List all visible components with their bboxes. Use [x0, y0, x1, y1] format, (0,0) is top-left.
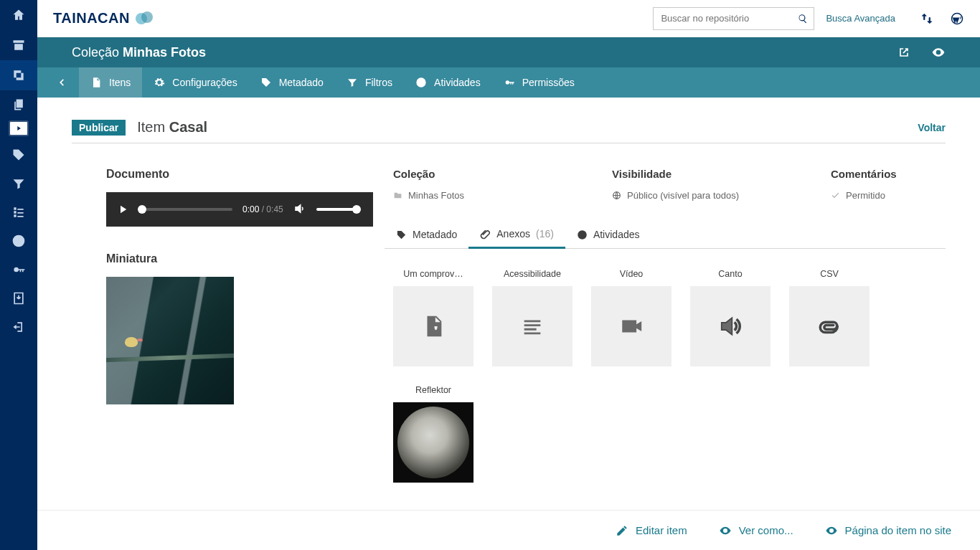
- tab-filters[interactable]: Filtros: [335, 67, 404, 98]
- audio-seekbar[interactable]: [139, 208, 232, 211]
- attachment-item[interactable]: Acessibilidade: [492, 269, 573, 366]
- site-page-button[interactable]: Página do item no site: [825, 524, 951, 537]
- pencil-icon: [616, 524, 628, 537]
- attachment-icon: [817, 314, 842, 338]
- audio-player: 0:00 / 0:45: [106, 192, 373, 227]
- wordpress-icon: [951, 12, 963, 25]
- attachment-item[interactable]: CSV: [789, 269, 870, 366]
- attachment-preview: [492, 286, 573, 366]
- meta-collection-value: Minhas Fotos: [393, 190, 583, 201]
- rail-filters[interactable]: [0, 169, 37, 198]
- search-icon: [798, 14, 808, 24]
- attachment-label: Canto: [718, 269, 742, 279]
- audio-volume-thumb[interactable]: [352, 205, 361, 214]
- brand[interactable]: TaInacan: [53, 10, 154, 27]
- page-head: Publicar Item Casal Voltar: [72, 119, 946, 143]
- repository-search: [653, 7, 814, 30]
- rail-items[interactable]: [0, 90, 37, 119]
- audio-volume-slider[interactable]: [316, 208, 358, 211]
- tab-activities-label: Atividades: [434, 77, 481, 88]
- rail-taxonomies[interactable]: [0, 141, 37, 169]
- audio-current-time: 0:00: [242, 204, 259, 214]
- attachments-grid: Um comprov…AcessibilidadeVídeoCantoCSVRe…: [393, 269, 946, 483]
- clip-icon: [480, 229, 491, 240]
- attachment-item[interactable]: Um comprov…: [393, 269, 473, 366]
- attachment-label: Um comprov…: [403, 269, 463, 279]
- attachment-item[interactable]: Reflektor: [393, 385, 473, 483]
- meta-comments-label: Comentários: [831, 168, 946, 180]
- search-button[interactable]: [792, 8, 814, 29]
- inner-tab-activities[interactable]: Atividades: [565, 221, 651, 248]
- processes-button[interactable]: [920, 11, 934, 26]
- audio-play-button[interactable]: [116, 203, 129, 216]
- view-as-button[interactable]: Ver como...: [719, 524, 793, 537]
- rail-home[interactable]: [0, 0, 37, 30]
- view-collection-button[interactable]: [931, 45, 946, 60]
- inner-tab-attachments[interactable]: Anexos (16): [468, 221, 565, 249]
- stack-icon: [11, 68, 26, 82]
- meta-visibility-label: Visibilidade: [612, 168, 802, 180]
- attachment-preview: [591, 286, 672, 366]
- left-rail: [0, 0, 37, 550]
- tab-settings-label: Configurações: [172, 77, 237, 88]
- audio-time: 0:00 / 0:45: [242, 204, 283, 214]
- audio-total-time: / 0:45: [262, 204, 283, 214]
- publish-badge[interactable]: Publicar: [72, 120, 126, 136]
- chevron-left-icon: [57, 77, 67, 87]
- rail-importers[interactable]: [0, 284, 37, 313]
- meta-visibility: Visibilidade Público (visível para todos…: [612, 168, 802, 201]
- thumbnail-image[interactable]: [106, 277, 234, 404]
- funnel-icon: [11, 176, 26, 191]
- back-link[interactable]: Voltar: [918, 122, 946, 133]
- swap-icon: [920, 12, 933, 25]
- attachment-label: CSV: [820, 269, 839, 279]
- tab-items[interactable]: Itens: [79, 67, 142, 98]
- attachment-item[interactable]: Vídeo: [591, 269, 672, 366]
- topbar: TaInacan Busca Avançada: [37, 0, 980, 37]
- tab-permissions-label: Permissões: [522, 77, 575, 88]
- archive-icon: [11, 38, 26, 52]
- brand-text: TaInacan: [53, 10, 130, 27]
- meta-visibility-value: Público (visível para todos): [612, 190, 802, 201]
- edit-item-button[interactable]: Editar item: [616, 524, 687, 537]
- attachment-preview: [393, 286, 473, 366]
- audio-volume-button[interactable]: [293, 202, 306, 217]
- attachment-label: Reflektor: [415, 385, 451, 395]
- right-column: Coleção Minhas Fotos Visibilidade Públic…: [393, 168, 946, 483]
- eye-icon: [719, 524, 732, 537]
- pdf-icon: [421, 314, 446, 338]
- tab-activities[interactable]: Atividades: [404, 67, 492, 98]
- inner-tab-metadata[interactable]: Metadado: [385, 221, 468, 248]
- tab-settings[interactable]: Configurações: [142, 67, 248, 98]
- rail-metadata[interactable]: [0, 198, 37, 227]
- document-section-title: Documento: [106, 168, 359, 181]
- tab-metadata[interactable]: Metadado: [249, 67, 335, 98]
- open-externally-button[interactable]: [897, 45, 911, 60]
- rail-activities[interactable]: [0, 227, 37, 255]
- eye-icon: [825, 524, 838, 537]
- attachment-item[interactable]: Canto: [690, 269, 771, 366]
- rail-repository[interactable]: [0, 30, 37, 60]
- rail-capabilities[interactable]: [0, 255, 37, 284]
- advanced-search-link[interactable]: Busca Avançada: [826, 13, 895, 24]
- attachment-label: Acessibilidade: [504, 269, 561, 279]
- audio-seek-thumb[interactable]: [138, 205, 146, 214]
- rail-collections[interactable]: [0, 60, 37, 90]
- back-button[interactable]: [44, 67, 79, 98]
- meta-comments: Comentários Permitido: [831, 168, 946, 201]
- attachment-preview: [789, 286, 870, 366]
- doc-icon: [90, 77, 102, 88]
- play-icon: [116, 203, 129, 216]
- app: TaInacan Busca Avançada Coleção Minhas F…: [37, 0, 980, 550]
- rail-current-item-chip[interactable]: [10, 122, 27, 135]
- page-title-prefix: Item: [137, 119, 165, 135]
- eye-icon: [931, 45, 946, 60]
- wordpress-link[interactable]: [950, 11, 964, 26]
- tag-icon: [396, 229, 407, 240]
- key-icon: [504, 77, 515, 88]
- rail-exporters[interactable]: [0, 313, 37, 341]
- page: Publicar Item Casal Voltar Documento 0:0…: [37, 98, 980, 550]
- tab-permissions[interactable]: Permissões: [492, 67, 586, 98]
- collection-title-prefix: Coleção: [72, 45, 119, 60]
- search-input[interactable]: [654, 13, 792, 24]
